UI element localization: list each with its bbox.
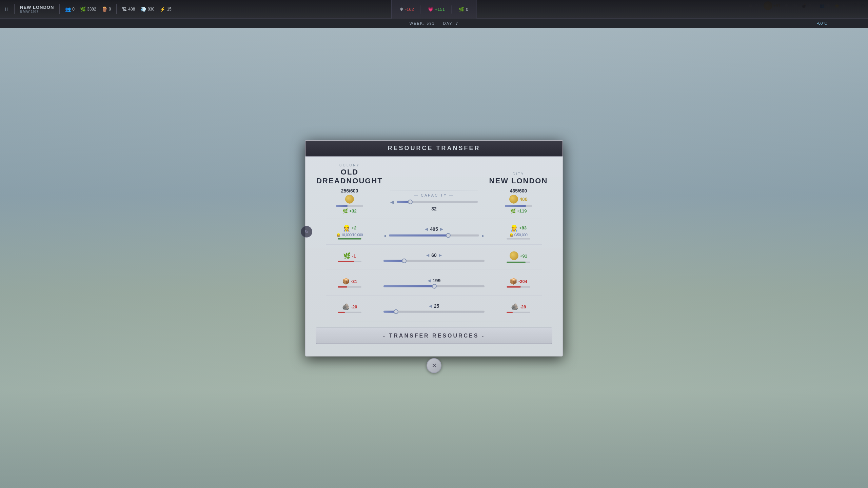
hud-steam-value: 830 bbox=[147, 7, 154, 12]
coal-city-header: 🪨 -28 bbox=[511, 303, 526, 310]
workers-slider-row: ◀ ▶ bbox=[383, 233, 485, 237]
workers-city-header: 👷 +83 bbox=[510, 224, 527, 231]
coal-city-bar-fill bbox=[507, 312, 513, 313]
heart-icon: 💗 bbox=[428, 7, 433, 12]
coal-left-arrow[interactable]: ◀ bbox=[429, 304, 432, 308]
hud-wood-value: 0 bbox=[109, 7, 111, 12]
food-slider-row bbox=[383, 260, 485, 262]
sep-4 bbox=[326, 295, 542, 296]
city-food-icon2: 🌿 bbox=[510, 208, 516, 214]
materials-left-arrow[interactable]: ◀ bbox=[428, 278, 431, 283]
coal-city: 🪨 -28 bbox=[485, 303, 552, 313]
coal-city-icon: 🪨 bbox=[511, 303, 518, 310]
materials-slider-fill bbox=[383, 285, 434, 287]
hud-date: 6 MAY 1927 bbox=[20, 10, 54, 14]
materials-colony: 📦 -31 bbox=[316, 278, 383, 288]
hud-electric: ⚡ 15 bbox=[160, 6, 171, 12]
resource-transfer-modal: RESOURCE TRANSFER COLONY OLD DREADNOUGHT… bbox=[305, 140, 563, 357]
capacity-left-arrow[interactable]: ◀ bbox=[390, 199, 394, 205]
city-header: CITY NEW LONDON bbox=[485, 172, 552, 185]
workers-slider-top: ◀ 405 ▶ bbox=[425, 226, 443, 231]
materials-city-header: 📦 -204 bbox=[510, 278, 527, 285]
workers-track-left-arrow[interactable]: ◀ bbox=[383, 233, 386, 237]
city-coin-icon bbox=[509, 195, 518, 204]
workers-track-right-arrow[interactable]: ▶ bbox=[482, 233, 485, 237]
workers-colony-delta: +2 bbox=[352, 225, 357, 230]
hud-city-name: NEW LONDON bbox=[20, 5, 54, 10]
workers-colony-bar-fill bbox=[338, 238, 361, 239]
hud-center-heart: 💗 +151 bbox=[428, 7, 445, 12]
capacity-slider-row: ◀ bbox=[390, 199, 478, 205]
capacity-slider-thumb[interactable] bbox=[408, 200, 413, 204]
materials-city-icon: 📦 bbox=[510, 278, 517, 285]
modal-body: COLONY OLD DREADNOUGHT CITY NEW LONDON 2… bbox=[305, 157, 563, 356]
colony-label: COLONY bbox=[316, 163, 383, 167]
hud-separator-1 bbox=[14, 4, 15, 14]
city-capacity-icon-row: 400 bbox=[485, 195, 552, 204]
coal-colony-bar bbox=[338, 312, 361, 313]
materials-slider-top: ◀ 199 bbox=[428, 278, 440, 283]
workers-colony-bar bbox=[338, 238, 361, 239]
workers-slider-thumb[interactable] bbox=[446, 233, 451, 238]
food-slider-track[interactable] bbox=[383, 260, 485, 262]
colony-coin-icon bbox=[345, 195, 354, 204]
city-capacity-bar bbox=[505, 205, 532, 207]
sep-3 bbox=[326, 270, 542, 270]
coal-city-bar bbox=[507, 312, 530, 313]
workers-city-icon2: 👷 bbox=[509, 233, 513, 237]
week-label: WEEK: 591 bbox=[410, 21, 435, 25]
food-colony-bar bbox=[338, 261, 361, 262]
hud-food: 🌿 3382 bbox=[80, 6, 96, 12]
food-colony-bar-fill bbox=[338, 261, 354, 262]
capacity-slider-fill bbox=[397, 201, 409, 203]
coal-slider-thumb[interactable] bbox=[394, 309, 398, 314]
food-left-arrow[interactable]: ◀ bbox=[426, 253, 429, 258]
capacity-slider-track[interactable] bbox=[397, 201, 478, 203]
workers-slider-track[interactable] bbox=[389, 235, 479, 237]
capacity-center: — CAPACITY — ◀ 32 bbox=[383, 190, 485, 211]
hud-separator-3 bbox=[116, 4, 117, 14]
coal-slider-top: ◀ 25 bbox=[429, 303, 439, 309]
coal-slider-track[interactable] bbox=[383, 311, 485, 313]
transfer-resources-button[interactable]: - TRANSFER RESOURCES - bbox=[316, 328, 552, 344]
workers-city-bar bbox=[507, 238, 530, 239]
capacity-slider-value: 32 bbox=[390, 206, 478, 211]
food-right-arrow[interactable]: ▶ bbox=[439, 253, 442, 258]
materials-center: ◀ 199 bbox=[383, 278, 485, 287]
coal-colony-icon: 🪨 bbox=[342, 303, 350, 310]
hud-center-cold: ❄ -162 bbox=[400, 7, 414, 12]
workers-colony-amount: 👷 10,000/10,000 bbox=[336, 233, 363, 237]
coal-colony: 🪨 -20 bbox=[316, 303, 383, 313]
city-capacity: 465/600 400 🌿 +119 bbox=[485, 188, 552, 214]
materials-colony-header: 📦 -31 bbox=[342, 278, 357, 285]
colony-food-icon: 🌿 bbox=[342, 208, 348, 214]
colony-capacity: 256/600 🌿 +32 bbox=[316, 188, 383, 214]
hud-leaf-value: 0 bbox=[466, 7, 468, 12]
pause-icon[interactable]: ⏸ bbox=[4, 6, 9, 12]
coal-slider-row bbox=[383, 311, 485, 313]
workers-city-icon: 👷 bbox=[510, 224, 518, 231]
location-headers: COLONY OLD DREADNOUGHT CITY NEW LONDON bbox=[316, 163, 552, 185]
materials-city-bar-fill bbox=[507, 286, 521, 288]
materials-slider-thumb[interactable] bbox=[432, 284, 437, 289]
close-button[interactable]: ✕ bbox=[427, 358, 441, 373]
food-slider-thumb[interactable] bbox=[402, 259, 407, 263]
badge-5k-label: 5k bbox=[304, 230, 308, 233]
hud-cold-value: -162 bbox=[405, 7, 414, 12]
workers-right-arrow[interactable]: ▶ bbox=[440, 226, 443, 231]
electric-icon: ⚡ bbox=[160, 6, 165, 12]
hud-steel-value: 488 bbox=[128, 7, 135, 12]
city-name: NEW LONDON bbox=[485, 177, 552, 185]
workers-left-arrow[interactable]: ◀ bbox=[425, 226, 428, 231]
wood-hud-icon: 🪵 bbox=[102, 6, 107, 12]
hud-steel: 🏗 488 bbox=[122, 6, 135, 12]
food-city-bar-fill bbox=[507, 262, 526, 263]
cold-icon: ❄ bbox=[400, 7, 403, 12]
modal-title: RESOURCE TRANSFER bbox=[312, 145, 556, 152]
materials-colony-delta: -31 bbox=[351, 279, 357, 284]
materials-colony-bar-fill bbox=[338, 286, 347, 288]
city-coin-value: 400 bbox=[519, 197, 527, 202]
food-colony-icon: 🌿 bbox=[343, 252, 351, 260]
colony-capacity-bar bbox=[336, 205, 363, 207]
materials-slider-track[interactable] bbox=[383, 285, 485, 287]
